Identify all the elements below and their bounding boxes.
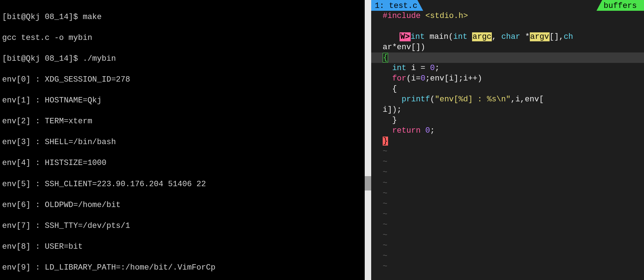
empty-line-tilde: ~ [371, 230, 644, 240]
code-text: ar*env[]) [383, 43, 425, 52]
cursor-line: { [371, 52, 644, 63]
include-keyword: #include [383, 12, 421, 20]
type-keyword: int [392, 64, 406, 73]
code-text: ; [430, 126, 435, 135]
param-argc: argc [472, 32, 492, 41]
terminal-line: env[8] : USER=bit [2, 242, 363, 252]
terminal-line: env[0] : XDG_SESSION_ID=278 [2, 74, 363, 85]
terminal-line: env[9] : LD_LIBRARY_PATH=:/home/bit/.Vim… [2, 262, 363, 273]
empty-line-tilde: ~ [371, 209, 644, 220]
terminal-line: env[1] : HOSTNAME=Qkj [2, 95, 363, 106]
code-line: return 0; [371, 125, 644, 136]
type-keyword: char [501, 32, 520, 41]
empty-line-tilde: ~ [371, 178, 644, 188]
empty-line-tilde: ~ [371, 146, 644, 157]
gutter-warning-icon: W> [400, 32, 410, 41]
string-literal: "env[%d] : %s\n" [435, 95, 510, 104]
terminal-line: gcc test.c -o mybin [2, 33, 363, 43]
code-text: ( [430, 95, 435, 104]
empty-line-tilde: ~ [371, 251, 644, 261]
code-line: i]); [371, 105, 644, 115]
for-keyword: for [392, 74, 406, 83]
terminal-line: env[4] : HISTSIZE=1000 [2, 158, 363, 168]
code-text: ,i,env[ [510, 95, 543, 104]
terminal-line: env[7] : SSH_TTY=/dev/pts/1 [2, 221, 363, 231]
terminal-line: [bit@Qkj 08_14]$ ./mybin [2, 54, 363, 64]
empty-line-tilde: ~ [371, 240, 644, 251]
param-argv: argv [530, 32, 550, 41]
tab-test-c[interactable]: 1: test.c [371, 0, 423, 11]
terminal-line: [bit@Qkj 08_14]$ make [2, 12, 363, 22]
empty-line-tilde: ~ [371, 188, 644, 199]
brace-close-highlighted: } [383, 137, 388, 146]
code-text: i = [406, 64, 430, 73]
code-text: ; [435, 64, 439, 73]
scrollbar-thumb[interactable] [365, 176, 371, 191]
code-text: ;env[i];i++) [425, 74, 482, 83]
editor-content[interactable]: #include <stdio.h> W>int main(int argc, … [371, 11, 644, 272]
tab-bar: 1: test.c buffers [371, 0, 644, 11]
empty-line-tilde: ~ [371, 157, 644, 167]
empty-line-tilde: ~ [371, 167, 644, 178]
brace-open: { [383, 53, 388, 63]
code-line: #include <stdio.h> [371, 11, 644, 21]
terminal-line: env[6] : OLDPWD=/home/bit [2, 200, 363, 210]
code-line: } [371, 115, 644, 125]
code-line: } [371, 136, 644, 146]
empty-line-tilde: ~ [371, 199, 644, 209]
include-header: <stdio.h> [425, 12, 468, 20]
code-text: (i= [406, 74, 421, 83]
code-line: int i = 0; [371, 63, 644, 73]
printf-call: printf [402, 95, 430, 104]
brace-close: } [392, 116, 397, 125]
buffers-button[interactable]: buffers [597, 0, 644, 11]
code-line: for(i=0;env[i];i++) [371, 73, 644, 84]
scrollbar-track[interactable] [365, 0, 371, 280]
terminal-line: env[2] : TERM=xterm [2, 116, 363, 127]
empty-line-tilde: ~ [371, 261, 644, 272]
empty-line-tilde: ~ [371, 220, 644, 230]
terminal-pane[interactable]: [bit@Qkj 08_14]$ make gcc test.c -o mybi… [0, 0, 365, 280]
type-keyword: int [453, 32, 467, 41]
terminal-line: env[5] : SSH_CLIENT=223.90.176.204 51406… [2, 179, 363, 189]
number-literal: 0 [430, 64, 435, 73]
code-line: { [371, 84, 644, 94]
code-line: printf("env[%d] : %s\n",i,env[ [371, 94, 644, 105]
number-literal: 0 [421, 126, 430, 135]
code-line: W>int main(int argc, char *argv[],ch [371, 21, 644, 42]
code-text: i]); [383, 105, 402, 114]
type-keyword: int [411, 32, 425, 41]
code-line: ar*env[]) [371, 42, 644, 52]
function-name: main [429, 32, 448, 41]
number-literal: 0 [421, 74, 425, 83]
return-keyword: return [392, 126, 420, 135]
terminal-line: env[3] : SHELL=/bin/bash [2, 137, 363, 147]
editor-pane[interactable]: 1: test.c buffers #include <stdio.h> W>i… [371, 0, 644, 280]
brace-open: { [392, 84, 397, 93]
